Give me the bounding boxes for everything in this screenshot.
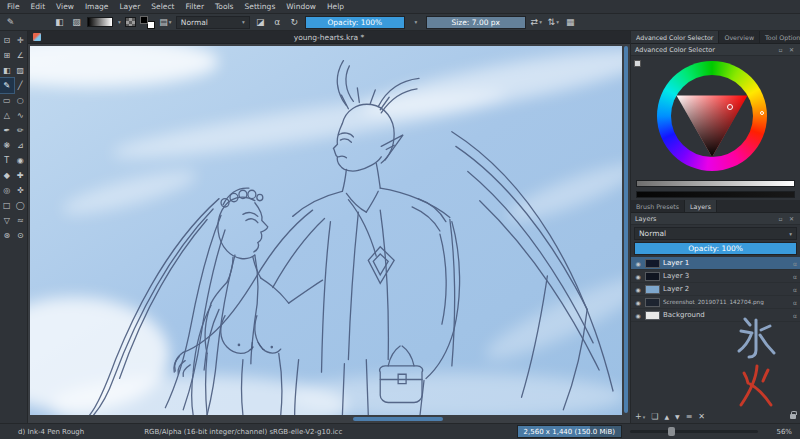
workspace-chooser-button[interactable]: ▦ [564,16,577,29]
layer-row-layer-2[interactable]: ◉ Layer 2 α [631,283,800,296]
mirror-vertical-button[interactable]: ⇅ ▾ [547,16,560,29]
eraser-mode-button[interactable]: ◪ [254,16,267,29]
tool-smart-patch[interactable]: ✚ [14,168,28,183]
tool-select-rectangular[interactable]: □ [0,198,14,213]
tool-multibrush[interactable]: ❋ [0,138,14,153]
tab-layers[interactable]: Layers [685,200,717,212]
layer-blending-mode-select[interactable]: Normal ▾ [634,227,797,240]
saturation-value-triangle[interactable] [671,75,753,157]
tool-crop[interactable]: ⊞ [0,48,14,63]
tab-overview[interactable]: Overview [719,31,760,43]
layer-row-background[interactable]: ◉ Background α [631,309,800,322]
blending-mode-select[interactable]: Normal ▾ [176,16,250,29]
tool-measure[interactable]: ∠ [14,48,28,63]
move-layer-up-button[interactable]: ▲ [664,413,669,420]
lightness-strip[interactable] [636,180,795,187]
add-layer-button[interactable]: + ▾ [635,412,645,421]
color-selector-settings-button[interactable] [634,60,641,67]
close-docker-icon[interactable]: ✕ [787,215,796,222]
float-docker-icon[interactable]: ▫ [776,46,785,53]
layer-visibility-icon[interactable]: ◉ [634,312,642,319]
layer-visibility-icon[interactable]: ◉ [634,273,642,280]
menu-settings[interactable]: Settings [245,2,276,11]
background-color-swatch[interactable] [147,21,155,29]
menu-image[interactable]: Image [85,2,109,11]
alpha-lock-icon[interactable]: α [793,260,797,267]
tool-select-polygonal[interactable]: ▽ [0,213,14,228]
alpha-lock-icon[interactable]: α [793,312,797,319]
layer-visibility-icon[interactable]: ◉ [634,286,642,293]
opacity-slider[interactable]: Opacity: 100% [305,16,405,29]
choose-brush-preset-button[interactable]: ✎ [4,16,17,29]
tool-assistants[interactable]: ⊿ [14,138,28,153]
layer-row-screenshot[interactable]: ◉ Screenshot_20190711_142704.png α [631,296,800,309]
layer-row-layer-1[interactable]: ◉ Layer 1 α [631,257,800,270]
tool-select-similar[interactable]: ⊙ [14,228,28,243]
tool-select-freehand[interactable]: ≈ [14,213,28,228]
tool-color-sampler[interactable]: ◉ [14,153,28,168]
reload-preset-button[interactable]: ↻ [288,16,301,29]
alpha-lock-icon[interactable]: α [793,286,797,293]
mirror-horizontal-button[interactable]: ⇄ ▾ [530,16,543,29]
tool-ellipse[interactable]: ○ [14,93,28,108]
tool-rectangle[interactable]: ▭ [0,93,14,108]
tool-text[interactable]: T [0,153,14,168]
krita-canvas[interactable] [30,46,622,415]
preserve-alpha-button[interactable]: α [271,16,284,29]
menu-help[interactable]: Help [327,2,344,11]
canvas-vertical-scrollbar[interactable] [624,46,628,413]
tool-select-contiguous[interactable]: ⊛ [0,228,14,243]
shade-strip[interactable] [636,191,795,198]
foreground-color-swatch[interactable] [140,16,148,24]
duplicate-layer-button[interactable]: ❏ [651,412,658,421]
tool-line[interactable]: ╱ [14,78,28,93]
gradient-edit-button[interactable]: ◧ [53,16,66,29]
alpha-lock-icon[interactable]: α [793,273,797,280]
brush-option-dropdown[interactable]: ▾ [409,16,422,29]
move-layer-down-button[interactable]: ▼ [675,413,680,420]
tool-polygon[interactable]: △ [0,108,14,123]
layer-visibility-icon[interactable]: ◉ [634,299,642,306]
pattern-edit-button[interactable]: ▨ [70,16,83,29]
zoom-level-label[interactable]: 56% [766,428,792,436]
tool-fill[interactable]: ◆ [0,168,14,183]
layer-opacity-slider[interactable]: Opacity: 100% [634,242,797,255]
menu-layer[interactable]: Layer [119,2,140,11]
gradient-dropdown-icon[interactable]: ▾ [118,19,121,25]
close-docker-icon[interactable]: ✕ [787,46,796,53]
tool-bezier[interactable]: ✒ [0,123,14,138]
tool-pattern[interactable]: ▨ [14,63,28,78]
zoom-slider[interactable] [630,430,758,433]
lock-docker-icon[interactable] [790,414,796,419]
hue-ring[interactable] [657,61,767,171]
tab-advanced-color-selector[interactable]: Advanced Color Selector [631,31,719,43]
menu-select[interactable]: Select [151,2,174,11]
edit-brush-settings-button[interactable]: ▤ ▾ [159,16,172,29]
zoom-slider-handle[interactable] [668,427,675,436]
tool-dynamic-brush[interactable]: ✏ [14,123,28,138]
document-tab-title[interactable]: young-hearts.kra * [28,33,630,42]
menu-edit[interactable]: Edit [31,2,46,11]
menu-window[interactable]: Window [286,2,316,11]
tool-move[interactable]: ✛ [14,33,28,48]
menu-file[interactable]: File [7,2,20,11]
alpha-lock-icon[interactable]: α [793,299,797,306]
tab-tool-options[interactable]: Tool Options [760,31,800,43]
layer-visibility-icon[interactable]: ◉ [634,260,642,267]
menu-filter[interactable]: Filter [185,2,204,11]
tool-transform[interactable]: ⊡ [0,33,14,48]
brush-size-slider[interactable]: Size: 7.00 px [426,16,526,29]
float-docker-icon[interactable]: ▫ [776,215,785,222]
tool-pan[interactable]: ✜ [14,183,28,198]
gradient-chooser[interactable] [87,17,113,27]
tool-zoom[interactable]: ◎ [0,183,14,198]
tool-polyline[interactable]: ∿ [14,108,28,123]
canvas-horizontal-scrollbar[interactable] [353,417,443,421]
layer-row-layer-3[interactable]: ◉ Layer 3 α [631,270,800,283]
delete-layer-button[interactable]: ✕ [698,412,705,421]
tool-select-elliptical[interactable]: ◯ [14,198,28,213]
menu-tools[interactable]: Tools [215,2,233,11]
menu-view[interactable]: View [56,2,74,11]
tab-brush-presets[interactable]: Brush Presets [631,200,685,212]
foreground-background-colors[interactable] [140,16,155,29]
